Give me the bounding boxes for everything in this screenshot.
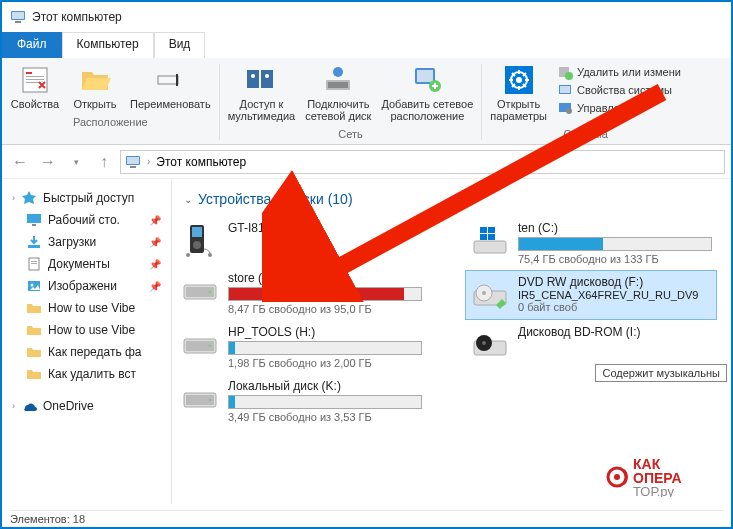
drive-k[interactable]: Локальный диск (K:) 3,49 ГБ свободно из …	[176, 375, 426, 427]
svg-point-22	[516, 77, 522, 83]
star-icon	[21, 190, 37, 206]
pin-icon: 📌	[149, 259, 161, 270]
watermark: КАК ОПЕРА ТОР.ру	[605, 447, 715, 501]
open-icon	[79, 64, 111, 96]
svg-point-61	[482, 291, 486, 295]
drive-hp[interactable]: HP_TOOLS (H:) 1,98 ГБ свободно из 2,00 Г…	[176, 321, 426, 373]
btn-map-drive[interactable]: Подключить сетевой диск	[305, 64, 371, 122]
svg-rect-56	[488, 227, 495, 233]
svg-rect-1	[12, 12, 24, 19]
nav-dropdown[interactable]: ▾	[64, 150, 88, 174]
mapdrive-icon	[322, 64, 354, 96]
svg-rect-11	[261, 70, 273, 88]
tab-view[interactable]: Вид	[154, 32, 206, 58]
btn-manage[interactable]: Управление	[557, 100, 681, 116]
addnet-icon	[411, 64, 443, 96]
svg-rect-57	[480, 234, 487, 240]
folder-icon	[26, 366, 42, 382]
pc-icon	[125, 154, 141, 170]
folder-icon	[26, 300, 42, 316]
hdd-icon	[180, 271, 220, 311]
svg-text:ТОР.ру: ТОР.ру	[633, 484, 674, 497]
sidebar-item-folder[interactable]: Как удалить вст	[20, 363, 167, 385]
svg-rect-26	[560, 86, 570, 93]
documents-icon	[26, 256, 42, 272]
btn-open[interactable]: Открыть	[70, 64, 120, 110]
ribbon-tabs: Файл Компьютер Вид	[2, 32, 731, 58]
sidebar-item-pictures[interactable]: Изображени📌	[20, 275, 167, 297]
pictures-icon	[26, 278, 42, 294]
tooltip: Содержит музыкальны	[595, 364, 727, 382]
drive-gt[interactable]: GT-I8160	[176, 217, 426, 265]
settings-icon	[503, 64, 535, 96]
tab-file[interactable]: Файл	[2, 32, 62, 58]
nav-up[interactable]: ↑	[92, 150, 116, 174]
btn-media-access[interactable]: Доступ к мультимедиа	[228, 64, 296, 122]
sysprops-icon	[557, 82, 573, 98]
address-box[interactable]: › Этот компьютер	[120, 150, 725, 174]
tab-computer[interactable]: Компьютер	[62, 32, 154, 58]
ribbon: Свойства Открыть Переименовать Расположе…	[2, 58, 731, 145]
svg-rect-30	[127, 157, 139, 164]
btn-sys-props[interactable]: Свойства системы	[557, 82, 681, 98]
chevron-right-icon: ›	[147, 156, 150, 167]
manage-icon	[557, 100, 573, 116]
drive-dvd[interactable]: DVD RW дисковод (F:) IR5_CENA_X64FREV_RU…	[466, 271, 716, 319]
btn-add-network[interactable]: Добавить сетевое расположение	[381, 64, 473, 122]
address-bar: ← → ▾ ↑ › Этот компьютер	[2, 145, 731, 179]
windows-drive-icon	[470, 221, 510, 261]
svg-rect-58	[488, 234, 495, 240]
hdd-icon	[180, 325, 220, 365]
svg-rect-32	[27, 214, 41, 223]
folder-icon	[26, 344, 42, 360]
properties-icon	[19, 64, 51, 96]
section-header[interactable]: ⌄ Устройства и диски (10)	[184, 191, 727, 207]
nav-back[interactable]: ←	[8, 150, 32, 174]
svg-rect-10	[247, 70, 259, 88]
svg-rect-34	[28, 245, 40, 248]
chevron-right-icon: ›	[12, 401, 15, 411]
quick-access[interactable]: › Быстрый доступ	[6, 187, 167, 209]
svg-rect-41	[192, 227, 202, 237]
svg-rect-9	[176, 74, 178, 86]
btn-open-params[interactable]: Открыть параметры	[490, 64, 547, 122]
mp3-player-icon	[180, 221, 220, 261]
drive-c[interactable]: ten (C:) 75,4 ГБ свободно из 133 ГБ	[466, 217, 716, 269]
btn-properties[interactable]: Свойства	[10, 64, 60, 110]
sidebar-onedrive[interactable]: › OneDrive	[6, 395, 167, 417]
svg-point-24	[565, 72, 573, 80]
sidebar-item-folder[interactable]: How to use Vibe	[20, 319, 167, 341]
usage-bar	[228, 341, 422, 355]
nav-forward[interactable]: →	[36, 150, 60, 174]
drive-bd[interactable]: Дисковод BD-ROM (I:)	[466, 321, 716, 369]
svg-point-64	[482, 341, 486, 345]
drive-store[interactable]: store (E:) 8,47 ГБ свободно из 95,0 ГБ	[176, 267, 426, 319]
svg-rect-6	[26, 79, 44, 80]
sidebar-item-downloads[interactable]: Загрузки📌	[20, 231, 167, 253]
svg-rect-18	[417, 70, 433, 82]
svg-point-13	[265, 74, 269, 78]
btn-uninstall[interactable]: Удалить или измени	[557, 64, 681, 80]
pin-icon: 📌	[149, 237, 161, 248]
title-bar: Этот компьютер	[2, 2, 731, 32]
svg-point-43	[208, 253, 212, 257]
svg-rect-8	[158, 76, 178, 84]
svg-point-44	[186, 253, 190, 257]
svg-rect-5	[26, 76, 44, 77]
bd-drive-icon	[470, 325, 510, 365]
status-bar: Элементов: 18	[10, 510, 723, 525]
pin-icon: 📌	[149, 215, 161, 226]
usage-bar	[518, 237, 712, 251]
sidebar-item-folder[interactable]: How to use Vibe	[20, 297, 167, 319]
btn-rename[interactable]: Переименовать	[130, 64, 211, 110]
sidebar-item-desktop[interactable]: Рабочий сто.📌	[20, 209, 167, 231]
hdd-icon	[180, 379, 220, 419]
svg-rect-7	[26, 82, 40, 83]
onedrive-icon	[21, 398, 37, 414]
media-icon	[245, 64, 277, 96]
svg-rect-54	[474, 241, 506, 253]
sidebar: › Быстрый доступ Рабочий сто.📌 Загрузки📌…	[2, 179, 172, 504]
sidebar-item-documents[interactable]: Документы📌	[20, 253, 167, 275]
svg-rect-36	[31, 261, 37, 262]
sidebar-item-folder[interactable]: Как передать фа	[20, 341, 167, 363]
